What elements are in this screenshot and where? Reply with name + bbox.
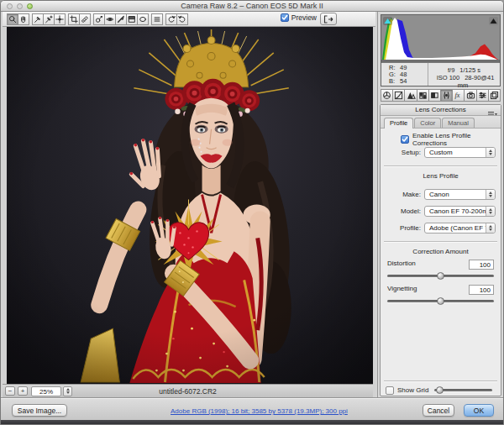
window-bottom-edge: [1, 420, 503, 424]
enable-profile-row: Enable Lens Profile Corrections: [386, 134, 496, 144]
profile-select[interactable]: Adobe (Canon EF 70-200...: [424, 223, 496, 233]
lens-value: 28-90@41 mm: [458, 74, 495, 89]
tab-manual[interactable]: Manual: [442, 118, 475, 128]
b-value: 54: [400, 78, 407, 85]
crop-tool-button[interactable]: [68, 13, 80, 25]
tab-color[interactable]: Color: [414, 118, 441, 128]
preview-checkbox[interactable]: [281, 13, 289, 22]
eyedropper-icon: [34, 15, 42, 24]
tab-camera-calibration[interactable]: [464, 89, 476, 102]
tab-tone-curve[interactable]: [392, 89, 405, 102]
zoom-level-field[interactable]: 25%: [31, 386, 61, 396]
histogram-box: R:49 G:48 B:54 f/91/125 s ISO 10028-90@4…: [381, 14, 501, 87]
preferences-button[interactable]: [151, 13, 163, 25]
red-eye-removal-tool-button[interactable]: [104, 13, 116, 25]
setup-select[interactable]: Custom: [424, 147, 496, 158]
graduated-filter-tool-button[interactable]: [126, 13, 138, 25]
zoom-level-stepper[interactable]: [63, 386, 72, 396]
grid-size-slider-knob[interactable]: [436, 386, 444, 394]
profile-label: Profile:: [386, 224, 421, 232]
footer-bar: Save Image... Adobe RGB (1998); 16 bit; …: [1, 397, 503, 422]
ok-button[interactable]: OK: [464, 404, 494, 417]
photo-preview[interactable]: [7, 27, 373, 384]
adjustment-brush-tool-button[interactable]: [115, 13, 127, 25]
setup-value: Custom: [429, 149, 453, 156]
preferences-icon: [153, 15, 161, 24]
spot-removal-tool-button[interactable]: [93, 13, 105, 25]
zoom-tool-button[interactable]: [7, 13, 18, 25]
make-select[interactable]: Canon: [424, 189, 496, 200]
iso-value: ISO 100: [437, 74, 460, 81]
straighten-tool-button[interactable]: [79, 13, 91, 25]
tab-effects[interactable]: fx: [452, 89, 465, 102]
make-row: Make: Canon: [386, 189, 496, 200]
model-select[interactable]: Canon EF 70-200mm f/2...: [424, 206, 496, 217]
panel-header: Lens Corrections: [381, 105, 501, 116]
graduated-filter-icon: [128, 15, 136, 24]
camera-raw-window: Camera Raw 8.2 – Canon EOS 5D Mark II: [0, 0, 504, 425]
tab-split-toning[interactable]: [428, 89, 441, 102]
highlight-clip-triangle-icon: [490, 18, 497, 24]
grid-size-slider[interactable]: [434, 389, 492, 391]
tab-hsl-grayscale[interactable]: [417, 89, 429, 102]
tab-lens-corrections[interactable]: [440, 89, 453, 102]
highlight-clipping-warning[interactable]: [489, 17, 498, 25]
color-sampler-tool-button[interactable]: [43, 13, 55, 25]
hand-tool-button[interactable]: [18, 13, 29, 25]
divider: [384, 241, 497, 242]
tab-profile[interactable]: Profile: [384, 118, 413, 129]
save-image-button[interactable]: Save Image...: [12, 404, 67, 417]
radial-filter-icon: [139, 15, 147, 24]
panel-menu-button[interactable]: [487, 107, 497, 114]
histogram: [381, 15, 500, 63]
setup-row: Setup: Custom: [386, 147, 496, 158]
workflow-options-link[interactable]: Adobe RGB (1998); 16 bit; 3585 by 5378 (…: [171, 407, 348, 415]
divider: [384, 165, 497, 166]
toolbar: Preview: [3, 12, 375, 27]
white-balance-tool-button[interactable]: [32, 13, 44, 25]
tab-detail[interactable]: [404, 89, 417, 102]
rotate-right-button[interactable]: [176, 13, 188, 25]
exif-readout: f/91/125 s ISO 10028-90@41 mm: [428, 63, 500, 86]
lens-corrections-panel: Lens Corrections Profile Color Manual En…: [380, 104, 501, 396]
tab-snapshots[interactable]: [488, 89, 501, 102]
red-eye-icon: [106, 15, 114, 24]
tab-presets[interactable]: [476, 89, 489, 102]
preview-toggle[interactable]: Preview: [281, 13, 317, 22]
vignetting-row: Vignetting 100: [381, 285, 501, 296]
stepper-icon: [486, 207, 495, 216]
rgb-readout: R:49 G:48 B:54: [381, 63, 428, 86]
shadow-clipping-warning[interactable]: [383, 17, 392, 25]
split-toning-icon: [430, 91, 439, 100]
radial-filter-tool-button[interactable]: [137, 13, 149, 25]
vignetting-value-field[interactable]: 100: [469, 285, 494, 295]
profile-row: Profile: Adobe (Canon EF 70-200...: [386, 223, 496, 233]
targeted-adjustment-tool-button[interactable]: [54, 13, 66, 25]
zoom-out-button[interactable]: −: [5, 386, 15, 396]
distortion-slider-knob[interactable]: [437, 272, 444, 280]
check-icon: [402, 136, 408, 143]
vignetting-slider[interactable]: [387, 300, 494, 302]
fullscreen-toggle-button[interactable]: [320, 13, 337, 25]
title-bar[interactable]: Camera Raw 8.2 – Canon EOS 5D Mark II: [1, 1, 503, 12]
distortion-slider[interactable]: [387, 275, 494, 277]
vignetting-slider-knob[interactable]: [437, 297, 444, 305]
color-sampler-icon: [45, 15, 53, 24]
svg-text:fx: fx: [455, 92, 460, 99]
show-grid-checkbox[interactable]: [386, 386, 394, 395]
rotate-left-button[interactable]: [165, 13, 177, 25]
distortion-label: Distortion: [387, 260, 416, 267]
lens-corrections-icon: [442, 91, 451, 100]
cancel-button[interactable]: Cancel: [423, 404, 454, 417]
b-label: B:: [389, 78, 400, 85]
distortion-value-field[interactable]: 100: [469, 260, 494, 270]
enable-profile-checkbox[interactable]: [401, 135, 409, 144]
zoom-in-button[interactable]: +: [18, 386, 28, 396]
hand-icon: [19, 15, 28, 24]
check-icon: [281, 14, 288, 21]
canvas-status-bar: − + 25% untitled-6072.CR2: [3, 384, 373, 397]
adjustment-tab-strip: fx: [381, 89, 501, 102]
make-label: Make:: [386, 191, 421, 198]
tab-basic[interactable]: [381, 89, 393, 102]
panel-title: Lens Corrections: [381, 106, 501, 113]
